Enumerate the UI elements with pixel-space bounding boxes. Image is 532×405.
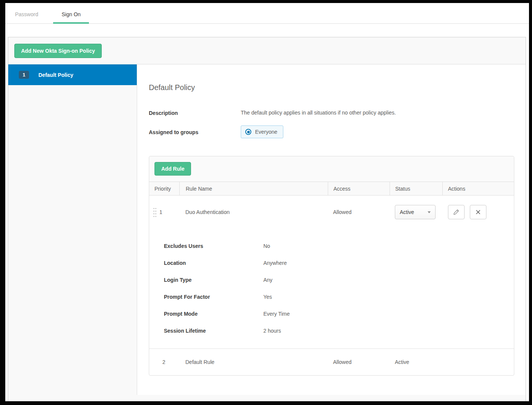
- rule-priority-value: 2: [162, 359, 165, 365]
- rule-priority-cell: 1: [149, 207, 179, 217]
- policy-toolbar: Add New Okta Sign-on Policy: [8, 37, 526, 64]
- description-field: Description The default policy applies i…: [149, 109, 514, 116]
- detail-prompt-mode: Prompt Mode Every Time: [164, 311, 514, 317]
- header-priority: Priority: [149, 182, 179, 195]
- detail-label: Prompt For Factor: [164, 294, 263, 300]
- pencil-icon: [453, 209, 459, 215]
- detail-excludes-users: Excludes Users No: [164, 243, 514, 249]
- add-policy-button[interactable]: Add New Okta Sign-on Policy: [14, 44, 102, 58]
- rule-actions-cell: [442, 205, 514, 219]
- detail-value: Every Time: [263, 311, 290, 317]
- chevron-down-icon: [428, 211, 431, 213]
- policy-fields: Description The default policy applies i…: [149, 109, 514, 138]
- rules-box: Add Rule Priority Rule Name Access Statu…: [149, 156, 514, 376]
- everyone-chip-label: Everyone: [255, 129, 277, 135]
- detail-value: Anywhere: [263, 260, 287, 266]
- rule-priority-cell: 2: [149, 359, 179, 365]
- detail-label: Prompt Mode: [164, 311, 263, 317]
- rules-toolbar: Add Rule: [149, 156, 514, 182]
- tab-bar: Password Sign On: [5, 3, 529, 24]
- header-status: Status: [390, 182, 442, 195]
- policy-detail-pane: Default Policy Description The default p…: [137, 64, 526, 395]
- assigned-groups-label: Assigned to groups: [149, 128, 241, 135]
- rule-status-cell: Active: [390, 205, 442, 219]
- radio-dot: [247, 131, 250, 133]
- status-dropdown[interactable]: Active: [395, 205, 436, 219]
- detail-location: Location Anywhere: [164, 260, 514, 266]
- description-label: Description: [149, 109, 241, 116]
- detail-login-type: Login Type Any: [164, 277, 514, 283]
- tab-password[interactable]: Password: [7, 3, 46, 24]
- rule-status-value: Active: [390, 359, 442, 365]
- detail-label: Location: [164, 260, 263, 266]
- description-value: The default policy applies in all situat…: [241, 109, 396, 116]
- detail-label: Excludes Users: [164, 243, 263, 249]
- header-actions: Actions: [442, 182, 514, 195]
- detail-prompt-for-factor: Prompt For Factor Yes: [164, 294, 514, 300]
- rules-table-header: Priority Rule Name Access Status Actions: [149, 182, 514, 196]
- policy-list-sidebar: 1 Default Policy: [8, 64, 137, 395]
- page-title: Default Policy: [149, 83, 514, 92]
- detail-value: No: [263, 243, 270, 249]
- add-rule-button[interactable]: Add Rule: [154, 162, 191, 176]
- sidebar-item-default-policy[interactable]: 1 Default Policy: [8, 64, 137, 85]
- detail-value: 2 hours: [263, 328, 281, 334]
- rule-row-duo-authentication: 1 Duo Authentication Allowed Active: [149, 196, 514, 229]
- sign-on-policy-panel: Add New Okta Sign-on Policy 1 Default Po…: [8, 37, 526, 401]
- detail-label: Login Type: [164, 277, 263, 283]
- detail-session-lifetime: Session Lifetime 2 hours: [164, 328, 514, 334]
- status-dropdown-value: Active: [400, 209, 414, 215]
- rule-access-value: Allowed: [328, 359, 390, 365]
- assigned-groups-field: Assigned to groups Everyone: [149, 125, 514, 138]
- delete-rule-button[interactable]: [470, 205, 486, 219]
- detail-value: Yes: [263, 294, 272, 300]
- rule-name-value: Duo Authentication: [179, 209, 328, 215]
- rule-row-default-rule: 2 Default Rule Allowed Active: [149, 348, 514, 375]
- detail-label: Session Lifetime: [164, 328, 263, 334]
- edit-rule-button[interactable]: [448, 205, 465, 219]
- panel-body: 1 Default Policy Default Policy Descript…: [8, 64, 526, 395]
- tab-sign-on[interactable]: Sign On: [53, 3, 89, 24]
- radio-selected-icon: [245, 129, 251, 135]
- policy-priority-badge: 1: [19, 71, 29, 79]
- close-icon: [475, 209, 481, 215]
- rule-details: Excludes Users No Location Anywhere Logi…: [149, 229, 514, 348]
- rule-name-value: Default Rule: [179, 359, 328, 365]
- policy-name-label: Default Policy: [38, 72, 73, 78]
- detail-value: Any: [263, 277, 272, 283]
- rule-access-value: Allowed: [328, 209, 390, 215]
- header-access: Access: [328, 182, 390, 195]
- app-window: Password Sign On Add New Okta Sign-on Po…: [5, 3, 529, 401]
- header-rule-name: Rule Name: [179, 182, 328, 195]
- everyone-group-chip[interactable]: Everyone: [241, 125, 283, 138]
- rule-priority-value: 1: [159, 209, 162, 215]
- drag-handle-icon[interactable]: [153, 207, 157, 217]
